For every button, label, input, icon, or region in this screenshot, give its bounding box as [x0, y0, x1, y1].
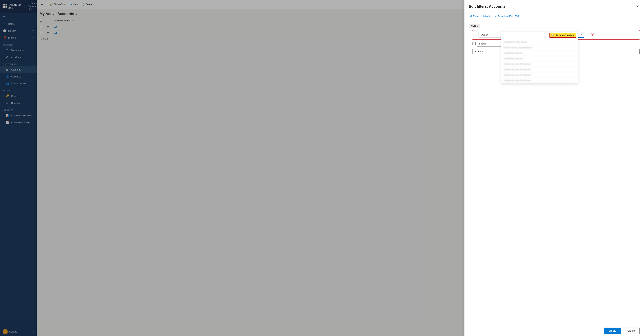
error-icon: ⓘ — [591, 32, 594, 37]
and-label: AND — [471, 25, 476, 27]
list-item[interactable]: Faster Name: Absolutely so — [501, 45, 578, 50]
download-fetchxml-button[interactable]: ⬇ Download FetchXML — [494, 14, 521, 18]
modal-panel: Edit filters: Accounts ✕ ↺ Reset to defa… — [464, 0, 644, 336]
filter-row2-checkbox[interactable] — [472, 42, 476, 45]
advanced-lookup-button[interactable]: 🔍 Advanced lookup — [550, 33, 576, 38]
and-chevron-icon: ∨ — [477, 25, 478, 27]
add-chevron-icon: ∨ — [482, 50, 484, 53]
and-operator-badge[interactable]: AND ∨ — [469, 24, 480, 28]
filter-row1-checkbox[interactable] — [474, 33, 477, 36]
list-item[interactable]: Autofilled CTRL Name — [501, 39, 578, 45]
modal-toolbar: ↺ Reset to default ⬇ Download FetchXML — [464, 12, 644, 20]
value-dropdown-popup: 🔍 Advanced lookup Autofilled CTRL Name F… — [501, 31, 578, 83]
download-icon: ⬇ — [495, 15, 497, 17]
advanced-lookup-label: Advanced lookup — [556, 34, 574, 37]
list-item[interactable]: Visible text line 50 Name3 — [501, 72, 578, 78]
dropdown-advanced-row: 🔍 Advanced lookup — [501, 31, 578, 39]
modal-overlay: Edit filters: Accounts ✕ ↺ Reset to defa… — [0, 0, 644, 336]
list-item[interactable]: Autofilled2 Name1 — [501, 50, 578, 56]
filter-row1-more-button[interactable]: ··· — [586, 32, 590, 37]
apply-button[interactable]: Apply — [604, 328, 622, 334]
download-label: Download FetchXML — [498, 15, 520, 17]
add-label: + Add — [475, 50, 481, 53]
list-item[interactable]: Visible text line 50 Name2 — [501, 67, 578, 72]
reset-icon: ↺ — [470, 15, 472, 17]
list-item[interactable]: Visible text line 50 Name1 — [501, 61, 578, 67]
modal-close-button[interactable]: ✕ — [636, 4, 640, 9]
modal-header: Edit filters: Accounts ✕ — [464, 0, 644, 12]
search-icon: 🔍 — [552, 34, 554, 37]
list-item[interactable]: Autofilled2 Name2 — [501, 56, 578, 61]
filter-group: Owner ∨ Equals ∨ Value ∨ ··· ⓘ — [469, 31, 640, 54]
modal-body: AND ∨ Owner ∨ Equals ∨ Value — [464, 20, 644, 325]
list-item[interactable]: Visible text line 50 Name4 — [501, 78, 578, 83]
reset-label: Reset to default — [473, 15, 490, 17]
modal-footer: Apply Cancel — [464, 325, 644, 336]
chevron-down-icon: ∨ — [580, 34, 582, 36]
close-icon: ✕ — [636, 4, 639, 8]
cancel-button[interactable]: Cancel — [623, 328, 640, 334]
reset-to-default-button[interactable]: ↺ Reset to default — [469, 14, 491, 18]
modal-title: Edit filters: Accounts — [469, 4, 636, 8]
